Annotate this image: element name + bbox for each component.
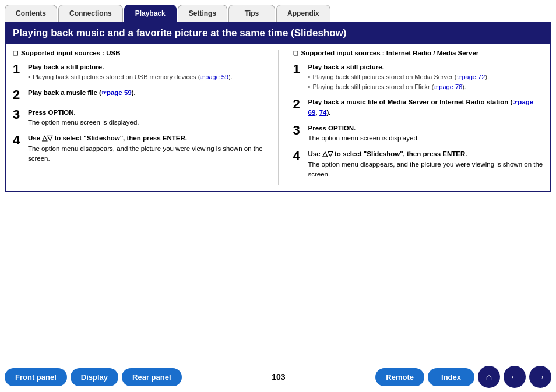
right-supported-sources: Supported input sources : Internet Radio… xyxy=(293,50,544,56)
column-divider xyxy=(278,50,279,185)
right-step-3-title: Press OPTION. xyxy=(308,125,356,132)
left-step-4: 4 Use △▽ to select "Slideshow", then pre… xyxy=(13,133,263,164)
left-step-4-title: Use △▽ to select "Slideshow", then press… xyxy=(28,135,187,142)
right-column: Supported input sources : Internet Radio… xyxy=(293,50,544,185)
right-step-3: 3 Press OPTION. The option menu screen i… xyxy=(293,123,544,144)
display-button[interactable]: Display xyxy=(71,368,118,386)
left-step-1-content: Play back a still picture. Playing back … xyxy=(28,62,263,82)
left-step-2: 2 Play back a music file (☞page 59). xyxy=(13,88,263,102)
left-step-3-content: Press OPTION. The option menu screen is … xyxy=(28,108,263,128)
right-step-3-number: 3 xyxy=(293,123,304,137)
right-step-1: 1 Play back a still picture. Playing bac… xyxy=(293,62,544,91)
right-step-1-bullet-1: Playing back still pictures stored on Me… xyxy=(313,72,544,82)
left-step-3-number: 3 xyxy=(13,108,23,122)
tab-playback[interactable]: Playback xyxy=(124,5,177,22)
remote-button[interactable]: Remote xyxy=(375,368,424,386)
tab-settings[interactable]: Settings xyxy=(178,5,227,22)
forward-button[interactable]: → xyxy=(529,366,551,388)
right-step-1-bullets: Playing back still pictures stored on Me… xyxy=(308,72,544,91)
right-step-4-title: Use △▽ to select "Slideshow", then press… xyxy=(308,150,467,157)
right-step-2: 2 Play back a music file of Media Server… xyxy=(293,97,544,118)
left-step-2-title: Play back a music file (☞page 59). xyxy=(28,89,136,96)
page-title: Playing back music and a favorite pictur… xyxy=(6,23,550,44)
left-step-3-title: Press OPTION. xyxy=(28,109,76,116)
right-step-3-body: The option menu screen is displayed. xyxy=(308,135,420,142)
left-column: Supported input sources : USB 1 Play bac… xyxy=(13,50,263,185)
right-step-2-title: Play back a music file of Media Server o… xyxy=(308,98,534,115)
right-step-1-bullet-2: Playing back still pictures stored on Fl… xyxy=(313,82,544,92)
tab-connections[interactable]: Connections xyxy=(58,5,123,22)
main-content: Playing back music and a favorite pictur… xyxy=(5,22,551,192)
right-step-4-body: The option menu disappears, and the pict… xyxy=(308,161,543,178)
left-step-4-number: 4 xyxy=(13,133,23,147)
left-step-3-body: The option menu screen is displayed. xyxy=(28,119,139,126)
right-step-4-content: Use △▽ to select "Slideshow", then press… xyxy=(308,149,544,179)
left-step-1: 1 Play back a still picture. Playing bac… xyxy=(13,62,263,82)
home-button[interactable]: ⌂ xyxy=(478,366,500,388)
left-step-4-body: The option menu disappears, and the pict… xyxy=(28,145,263,162)
front-panel-button[interactable]: Front panel xyxy=(5,368,67,386)
tab-navigation: Contents Connections Playback Settings T… xyxy=(0,0,556,22)
left-step-1-number: 1 xyxy=(13,62,23,76)
tab-tips[interactable]: Tips xyxy=(228,5,275,22)
left-step-2-number: 2 xyxy=(13,88,23,102)
left-step-1-bullets: Playing back still pictures stored on US… xyxy=(28,72,263,82)
tab-contents[interactable]: Contents xyxy=(5,5,57,22)
right-step-2-content: Play back a music file of Media Server o… xyxy=(308,97,544,118)
right-step-4: 4 Use △▽ to select "Slideshow", then pre… xyxy=(293,149,544,179)
left-step-2-content: Play back a music file (☞page 59). xyxy=(28,88,263,98)
left-step-3: 3 Press OPTION. The option menu screen i… xyxy=(13,108,263,128)
back-button[interactable]: ← xyxy=(504,366,526,388)
right-step-1-number: 1 xyxy=(293,62,304,76)
bottom-navigation: Front panel Display Rear panel 103 Remot… xyxy=(0,362,556,392)
page-number: 103 xyxy=(185,372,372,382)
left-step-1-bullet-1: Playing back still pictures stored on US… xyxy=(33,72,263,82)
right-step-1-content: Play back a still picture. Playing back … xyxy=(308,62,544,91)
content-body: Supported input sources : USB 1 Play bac… xyxy=(6,44,550,191)
left-supported-sources: Supported input sources : USB xyxy=(13,50,263,56)
left-step-1-title: Play back a still picture. xyxy=(28,63,104,70)
left-step-4-content: Use △▽ to select "Slideshow", then press… xyxy=(28,133,263,164)
right-step-3-content: Press OPTION. The option menu screen is … xyxy=(308,123,544,144)
right-step-4-number: 4 xyxy=(293,149,304,163)
tab-appendix[interactable]: Appendix xyxy=(276,5,330,22)
right-step-1-title: Play back a still picture. xyxy=(308,63,384,70)
rear-panel-button[interactable]: Rear panel xyxy=(122,368,181,386)
index-button[interactable]: Index xyxy=(428,368,474,386)
right-step-2-number: 2 xyxy=(293,97,304,111)
